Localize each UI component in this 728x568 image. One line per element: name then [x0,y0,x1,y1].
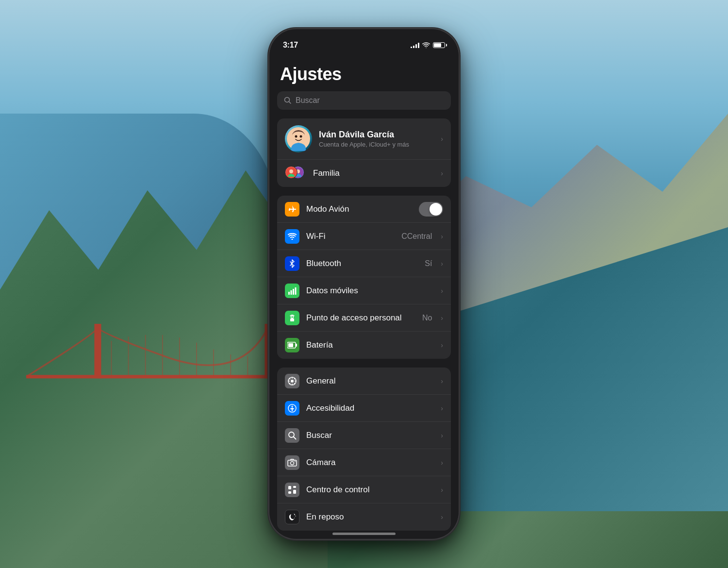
svg-line-43 [289,378,290,379]
svg-rect-28 [291,290,292,295]
hotspot-label: Punto de acceso personal [306,313,415,323]
hotspot-chevron-icon: › [441,314,443,322]
wifi-status-icon [422,42,430,48]
svg-rect-1 [94,324,101,378]
general-chevron-icon: › [441,377,443,385]
sleep-label: En reposo [306,512,432,522]
control-center-icon [285,483,299,497]
phone-wrapper: 3:17 [269,29,459,539]
profile-row[interactable]: Iván Dávila García Cuenta de Apple, iClo… [277,118,451,160]
svg-point-54 [291,461,294,465]
svg-rect-56 [288,486,291,489]
accessibility-icon [285,401,299,416]
status-icons [411,42,445,48]
svg-point-32 [291,316,294,318]
search-placeholder: Buscar [296,96,320,105]
status-time: 3:17 [283,41,298,50]
hotspot-row[interactable]: Punto de acceso personal No › [277,304,451,332]
control-center-row[interactable]: Centro de control › [277,476,451,503]
home-indicator [332,533,396,535]
sleep-chevron-icon: › [441,513,443,521]
status-bar: 3:17 [269,29,459,54]
signal-bars-icon [411,42,419,48]
connectivity-section: Modo Avión Wi-Fi CCentral [277,196,451,359]
battery-chevron-icon: › [441,341,443,349]
svg-point-21 [289,169,293,173]
airplane-toggle[interactable] [419,202,443,217]
accessibility-label: Accesibilidad [306,403,432,413]
camera-icon [285,455,299,470]
wifi-label: Wi-Fi [306,232,395,241]
camera-row[interactable]: Cámara › [277,449,451,476]
accessibility-row[interactable]: Accesibilidad › [277,395,451,422]
general-icon [285,374,299,388]
svg-point-19 [303,136,306,139]
svg-rect-30 [295,287,297,295]
profile-section: Iván Dávila García Cuenta de Apple, iClo… [277,118,451,187]
airplane-mode-row[interactable]: Modo Avión [277,196,451,223]
general-row[interactable]: General › [277,368,451,395]
bluetooth-label: Bluetooth [306,259,418,268]
accessibility-chevron-icon: › [441,404,443,412]
sleep-row[interactable]: En reposo › [277,503,451,531]
signal-bar-4 [418,43,419,48]
search-settings-label: Buscar [306,431,432,440]
svg-point-60 [294,514,295,515]
avatar [285,125,312,152]
svg-line-45 [289,383,290,384]
svg-point-17 [300,135,302,138]
hotspot-value: No [422,314,432,322]
search-settings-row[interactable]: Buscar › [277,422,451,449]
cellular-icon [285,284,299,298]
camera-label: Cámara [306,458,432,468]
phone: 3:17 [269,29,459,539]
battery-label: Batería [306,340,432,350]
svg-point-55 [295,461,296,462]
svg-line-13 [289,102,291,104]
svg-rect-31 [290,318,294,321]
profile-name: Iván Dávila García [319,130,432,140]
hotspot-icon [285,311,299,325]
profile-subtitle: Cuenta de Apple, iCloud+ y más [319,141,432,148]
wifi-row[interactable]: Wi-Fi CCentral › [277,223,451,250]
general-section: General › Accesibilidad › [277,368,451,531]
svg-point-18 [291,136,294,139]
battery-status-icon [433,42,445,48]
battery-row[interactable]: Batería › [277,332,451,359]
search-icon [284,97,292,104]
svg-point-38 [291,380,294,383]
cellular-chevron-icon: › [441,287,443,295]
wifi-value: CCentral [401,232,432,241]
signal-bar-3 [415,44,417,48]
family-avatars [285,166,306,181]
bluetooth-row[interactable]: Bluetooth Sí › [277,250,451,277]
bluetooth-value: Sí [425,259,432,268]
svg-point-24 [292,238,293,240]
search-bar[interactable]: Buscar [277,91,451,110]
sleep-icon [285,510,299,524]
svg-rect-57 [293,486,296,488]
search-settings-icon [285,428,299,443]
signal-bar-2 [413,46,414,48]
search-chevron-icon: › [441,432,443,439]
svg-point-62 [294,514,295,514]
svg-rect-36 [288,343,293,347]
wifi-icon [285,229,299,244]
family-row[interactable]: Familia › [277,160,451,187]
bluetooth-icon [285,256,299,271]
family-chevron-icon: › [441,169,443,177]
svg-rect-58 [293,490,296,494]
cellular-row[interactable]: Datos móviles › [277,277,451,304]
general-label: General [306,376,432,386]
svg-point-61 [295,516,296,516]
svg-line-46 [294,378,295,379]
camera-chevron-icon: › [441,459,443,467]
memoji-icon [286,127,311,151]
svg-line-52 [294,437,296,439]
control-center-chevron-icon: › [441,486,443,494]
svg-rect-35 [296,344,297,347]
airplane-label: Modo Avión [306,204,412,214]
page-title: Ajustes [269,59,459,91]
bluetooth-chevron-icon: › [441,260,443,267]
svg-point-16 [295,135,298,138]
